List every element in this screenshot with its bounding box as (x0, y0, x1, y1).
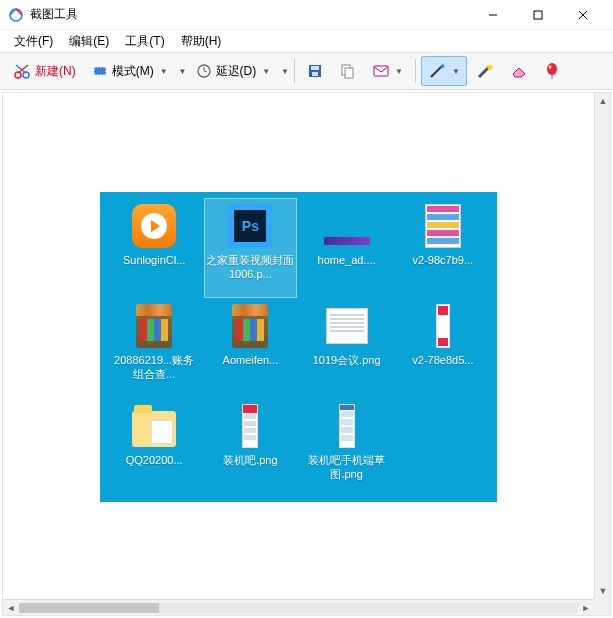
chevron-down-icon: ▼ (262, 67, 270, 76)
delay-button[interactable]: 延迟(D) ▼ (189, 56, 278, 86)
scroll-left-arrow[interactable]: ◄ (3, 600, 19, 616)
file-thumbnail (420, 303, 466, 349)
separator (294, 59, 295, 83)
svg-point-24 (548, 65, 551, 69)
desktop-item[interactable]: QQ20200... (108, 398, 200, 498)
captured-screenshot: SunloginCl...Ps之家重装视频封面1006.p...home_ad.… (100, 192, 497, 502)
rect-select-icon (92, 63, 108, 79)
svg-line-12 (204, 71, 207, 72)
desktop-item[interactable]: 装机吧.png (204, 398, 296, 498)
file-label: v2-78e8d5... (412, 353, 473, 367)
clock-icon (196, 63, 212, 79)
save-icon (307, 63, 323, 79)
file-thumbnail: Ps (227, 203, 273, 249)
svg-rect-2 (534, 11, 542, 19)
desktop-item[interactable]: 20886219...账务组合查... (108, 298, 200, 398)
delay-label: 延迟(D) (216, 63, 257, 80)
svg-rect-15 (312, 72, 318, 76)
scroll-corner (594, 599, 610, 615)
svg-rect-17 (345, 68, 353, 78)
file-thumbnail (131, 403, 177, 449)
balloon-icon (544, 62, 560, 80)
titlebar: 截图工具 (0, 0, 613, 30)
close-button[interactable] (560, 0, 605, 30)
file-thumbnail (324, 403, 370, 449)
file-label: 之家重装视频封面1006.p... (206, 253, 294, 281)
canvas-area[interactable]: SunloginCl...Ps之家重装视频封面1006.p...home_ad.… (2, 92, 611, 616)
svg-rect-9 (94, 67, 106, 75)
svg-point-0 (10, 9, 22, 21)
svg-rect-18 (374, 66, 388, 76)
svg-point-23 (547, 63, 557, 75)
separator (415, 59, 416, 83)
delay-split-dropdown[interactable]: ▼ (281, 67, 289, 76)
file-thumbnail (324, 203, 370, 249)
desktop-item[interactable]: SunloginCl... (108, 198, 200, 298)
eraser-icon (510, 64, 528, 78)
chevron-down-icon: ▼ (395, 67, 403, 76)
file-label: 装机吧手机端草图.png (303, 453, 391, 481)
mode-button[interactable]: 模式(M) ▼ (85, 56, 175, 86)
file-thumbnail (324, 303, 370, 349)
menu-edit[interactable]: 编辑(E) (61, 31, 117, 52)
menu-help[interactable]: 帮助(H) (173, 31, 230, 52)
desktop-item[interactable]: 装机吧手机端草图.png (301, 398, 393, 498)
desktop-item[interactable]: home_ad.... (301, 198, 393, 298)
file-label: Aomeifen... (223, 353, 279, 367)
file-label: 装机吧.png (223, 453, 277, 467)
save-button[interactable] (300, 56, 330, 86)
file-thumbnail (227, 403, 273, 449)
horizontal-scrollbar[interactable]: ◄ ► (3, 599, 594, 615)
menu-tools[interactable]: 工具(T) (117, 31, 172, 52)
desktop-item[interactable]: v2-98c7b9... (397, 198, 489, 298)
hscroll-thumb[interactable] (19, 603, 159, 613)
file-label: home_ad.... (318, 253, 376, 267)
mode-split-dropdown[interactable]: ▼ (179, 67, 187, 76)
mode-label: 模式(M) (112, 63, 154, 80)
chevron-down-icon: ▼ (452, 67, 460, 76)
highlighter-button[interactable] (469, 56, 501, 86)
svg-line-19 (431, 66, 442, 77)
file-label: QQ20200... (126, 453, 183, 467)
maximize-button[interactable] (515, 0, 560, 30)
toolbar: 新建(N) 模式(M) ▼ ▼ 延迟(D) ▼ ▼ ▼ ▼ (0, 52, 613, 90)
desktop-item[interactable]: Aomeifen... (204, 298, 296, 398)
desktop-item[interactable]: Ps之家重装视频封面1006.p... (204, 198, 296, 298)
desktop-item[interactable]: v2-78e8d5... (397, 298, 489, 398)
minimize-button[interactable] (470, 0, 515, 30)
desktop-item[interactable]: 1019会议.png (301, 298, 393, 398)
file-label: 1019会议.png (313, 353, 381, 367)
menubar: 文件(F) 编辑(E) 工具(T) 帮助(H) (0, 30, 613, 52)
svg-line-21 (479, 67, 489, 77)
copy-button[interactable] (332, 56, 362, 86)
menu-file[interactable]: 文件(F) (6, 31, 61, 52)
scroll-down-arrow[interactable]: ▼ (595, 583, 611, 599)
highlighter-icon (476, 62, 494, 80)
new-snip-button[interactable]: 新建(N) (6, 56, 83, 86)
edit-paint3d-button[interactable] (537, 56, 567, 86)
vertical-scrollbar[interactable]: ▲ ▼ (594, 93, 610, 599)
window-title: 截图工具 (30, 6, 470, 23)
scissors-icon (13, 62, 31, 80)
pen-icon (428, 62, 446, 80)
send-button[interactable]: ▼ (364, 56, 410, 86)
svg-rect-14 (311, 66, 319, 70)
file-label: v2-98c7b9... (413, 253, 474, 267)
file-thumbnail (131, 303, 177, 349)
scroll-up-arrow[interactable]: ▲ (595, 93, 611, 109)
file-thumbnail (227, 303, 273, 349)
app-icon (8, 7, 24, 23)
file-thumbnail (420, 203, 466, 249)
eraser-button[interactable] (503, 56, 535, 86)
chevron-down-icon: ▼ (160, 67, 168, 76)
scroll-right-arrow[interactable]: ► (578, 600, 594, 616)
copy-icon (339, 63, 355, 79)
file-label: SunloginCl... (123, 253, 185, 267)
new-snip-label: 新建(N) (35, 63, 76, 80)
pen-tool-button[interactable]: ▼ (421, 56, 467, 86)
mail-icon (371, 64, 389, 78)
file-thumbnail (131, 203, 177, 249)
file-label: 20886219...账务组合查... (110, 353, 198, 381)
